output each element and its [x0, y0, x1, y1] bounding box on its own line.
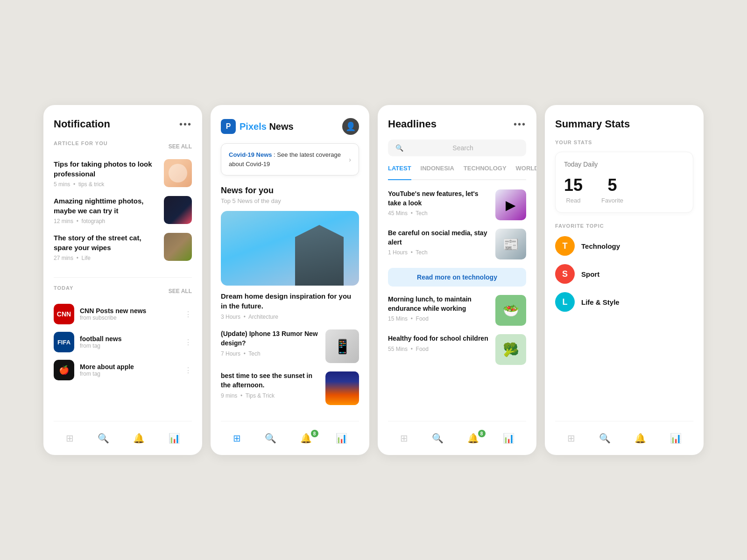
topic-sport[interactable]: S Sport — [555, 264, 693, 284]
tab-technology[interactable]: TECHNOLOGY — [464, 165, 507, 175]
article-text: Tips for taking photos to look professio… — [54, 159, 158, 188]
news-card[interactable]: (Update) Iphone 13 Rumor New design? 7 H… — [221, 329, 359, 363]
article-meta: 27 mins • Life — [54, 255, 158, 261]
headline-item[interactable]: Morning lunch, to maintain endurance whi… — [388, 295, 526, 326]
subscription-menu-icon[interactable]: ⋮ — [184, 366, 192, 375]
news-card-text: (Update) Iphone 13 Rumor New design? 7 H… — [221, 329, 319, 357]
nav-search-icon[interactable]: 🔍 — [94, 431, 113, 446]
article-text: The story of the street cat, spare your … — [54, 233, 158, 261]
nav-notification-icon[interactable]: 🔔 — [129, 431, 148, 446]
notification-count-badge: 8 — [311, 430, 318, 437]
chevron-right-icon: › — [349, 156, 351, 163]
headline-meta: 1 Hours • Tech — [388, 249, 489, 256]
article-item[interactable]: Tips for taking photos to look professio… — [54, 159, 192, 188]
bottom-nav: ⊞ 🔍 🔔 8 📊 — [221, 421, 359, 446]
summary-stats-title: Summary Stats — [555, 118, 693, 130]
apple-logo: 🍎 — [54, 360, 74, 380]
article-meta: 12 mins • fotograph — [54, 218, 158, 224]
news-card-title: (Update) Iphone 13 Rumor New design? — [221, 329, 319, 348]
today-label: TODAY — [54, 285, 73, 291]
notification-menu-icon[interactable]: ••• — [179, 119, 192, 130]
see-all-today-button[interactable]: SEE ALL — [169, 288, 192, 294]
stats-card: Today Daily 15 Read 5 Favorite — [555, 152, 693, 213]
covid-title: Covid-19 News — [229, 151, 272, 158]
article-thumbnail — [164, 233, 192, 261]
subscription-item[interactable]: CNN CNN Posts new news from subscribe ⋮ — [54, 304, 192, 324]
tab-world[interactable]: WORLD — [516, 165, 536, 175]
headline-meta: 55 Mins • Food — [388, 346, 489, 352]
favorite-topic-label: FAVORITE TOPIC — [555, 223, 693, 229]
nav-stats-icon[interactable]: 📊 — [332, 431, 351, 446]
see-all-articles-button[interactable]: SEE ALL — [169, 143, 192, 150]
headlines-header: Headlines ••• — [388, 118, 526, 130]
nav-home-icon[interactable]: ⊞ — [564, 431, 579, 446]
article-section-header: ARTICLE FOR YOU SEE ALL — [54, 140, 192, 153]
main-news-image[interactable] — [221, 211, 359, 286]
news-card-meta: 7 Hours • Tech — [221, 350, 319, 357]
your-stats-label: YOUR STATS — [555, 140, 693, 145]
pixels-header: P Pixels News 👤 — [221, 118, 359, 135]
topic-life-style[interactable]: L Life & Style — [555, 292, 693, 312]
nav-stats-icon[interactable]: 📊 — [499, 431, 518, 446]
subscription-item[interactable]: 🍎 More about apple from tag ⋮ — [54, 360, 192, 380]
subscription-source: from tag — [80, 343, 184, 349]
nav-search-icon[interactable]: 🔍 — [595, 431, 614, 446]
headline-text: Morning lunch, to maintain endurance whi… — [388, 295, 489, 322]
divider — [54, 277, 192, 278]
user-avatar[interactable]: 👤 — [342, 118, 359, 135]
tab-indonesia[interactable]: INDONESIA — [421, 165, 454, 175]
subscription-text: football news from tag — [80, 335, 184, 349]
search-bar[interactable]: 🔍 Search — [388, 140, 526, 156]
subscription-source: from tag — [80, 371, 184, 377]
screen-notification: Notification ••• ARTICLE FOR YOU SEE ALL… — [43, 105, 202, 455]
news-card-text: best time to see the sunset in the after… — [221, 371, 319, 399]
subscription-item[interactable]: FIFA football news from tag ⋮ — [54, 332, 192, 352]
topic-life-name: Life & Style — [581, 298, 620, 306]
nav-stats-icon[interactable]: 📊 — [165, 431, 184, 446]
article-title: The story of the street cat, spare your … — [54, 233, 158, 252]
article-item[interactable]: The story of the street cat, spare your … — [54, 233, 192, 261]
headline-item[interactable]: Healthy food for school children 55 Mins… — [388, 334, 526, 365]
pixels-text: Pixels — [240, 121, 267, 132]
topic-technology-icon: T — [555, 236, 575, 256]
news-card[interactable]: best time to see the sunset in the after… — [221, 371, 359, 405]
stats-period: Today Daily — [564, 161, 684, 168]
headline-item[interactable]: YouTube's new features, let's take a loo… — [388, 189, 526, 220]
subscription-menu-icon[interactable]: ⋮ — [184, 310, 192, 319]
read-more-technology-button[interactable]: Read more on technology — [388, 268, 526, 287]
headlines-menu-icon[interactable]: ••• — [514, 119, 526, 130]
read-count: 15 — [564, 175, 583, 195]
fifa-logo: FIFA — [54, 332, 74, 352]
bottom-nav: ⊞ 🔍 🔔 📊 — [555, 421, 693, 446]
pixels-logo: P Pixels News — [221, 119, 294, 134]
nav-search-icon[interactable]: 🔍 — [261, 431, 280, 446]
read-label: Read — [564, 197, 583, 204]
subscription-name: football news — [80, 335, 184, 343]
notification-title: Notification — [54, 118, 110, 130]
headline-text: YouTube's new features, let's take a loo… — [388, 189, 489, 217]
nav-search-icon[interactable]: 🔍 — [428, 431, 447, 446]
article-item[interactable]: Amazing nighttime photos, maybe we can t… — [54, 196, 192, 224]
nav-notification-badge[interactable]: 🔔 8 — [464, 433, 483, 444]
headline-item[interactable]: Be careful on social media, stay alert 1… — [388, 229, 526, 259]
headlines-title: Headlines — [388, 118, 437, 130]
nav-home-icon[interactable]: ⊞ — [229, 431, 245, 446]
article-section-label: ARTICLE FOR YOU — [54, 140, 108, 146]
topic-technology[interactable]: T Technology — [555, 236, 693, 256]
subscription-menu-icon[interactable]: ⋮ — [184, 338, 192, 347]
headline-thumbnail: 🥦 — [495, 334, 526, 365]
nav-home-icon[interactable]: ⊞ — [62, 431, 78, 446]
favorite-label: Favorite — [601, 197, 623, 204]
headline-title: YouTube's new features, let's take a loo… — [388, 189, 489, 208]
pixels-brand: Pixels News — [240, 121, 294, 132]
news-card-thumbnail — [325, 371, 359, 405]
covid-banner[interactable]: Covid-19 News : See the latest coverage … — [221, 143, 359, 175]
news-text: News — [269, 121, 293, 132]
nav-notification-icon[interactable]: 🔔 — [631, 431, 650, 446]
nav-stats-icon[interactable]: 📊 — [666, 431, 685, 446]
news-card-title: best time to see the sunset in the after… — [221, 371, 319, 390]
tab-latest[interactable]: LATEST — [388, 165, 411, 180]
subscription-text: More about apple from tag — [80, 363, 184, 377]
nav-home-icon[interactable]: ⊞ — [396, 431, 412, 446]
nav-notification-badge[interactable]: 🔔 8 — [296, 433, 316, 444]
